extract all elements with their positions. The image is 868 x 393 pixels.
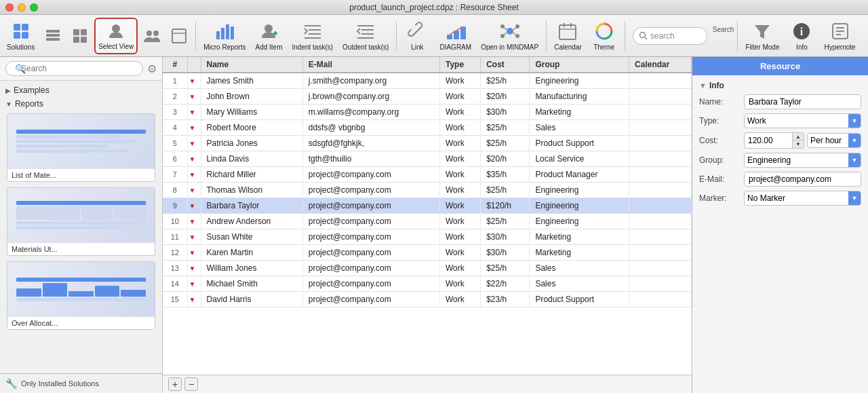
cell-icon: ▼	[187, 214, 201, 229]
cell-calendar	[629, 276, 692, 292]
toolbar-add-item[interactable]: Add Item	[251, 18, 286, 54]
close-button[interactable]	[5, 3, 14, 12]
sidebar-filter-icon[interactable]: ⚙	[147, 62, 157, 75]
cell-group: Engineering	[530, 73, 629, 89]
toolbar-filter-mode[interactable]: Filter Mode	[741, 18, 783, 54]
table-row[interactable]: 12 ▼ Karen Martin project@company.com Wo…	[163, 245, 692, 261]
table-row[interactable]: 2 ▼ John Brown j.brown@company.org Work …	[163, 89, 692, 105]
panel-marker-label: Marker:	[699, 193, 741, 203]
main-layout: 🔍 ⚙ ▶ Examples ▼ Reports	[0, 57, 868, 393]
flag-icon: ▼	[189, 77, 196, 85]
sidebar-item-reports[interactable]: ▼ Reports	[0, 97, 162, 111]
maximize-button[interactable]	[30, 3, 38, 12]
toolbar-view3[interactable]	[139, 18, 165, 54]
cell-num: 8	[163, 183, 187, 198]
panel-type-select[interactable]: Work Material Cost	[745, 114, 848, 128]
cell-type: Work	[439, 261, 480, 276]
svg-rect-14	[172, 29, 186, 43]
table-row[interactable]: 3 ▼ Mary Williams m.willams@company.org …	[163, 105, 692, 120]
cost-step-up[interactable]: ▲	[793, 133, 804, 141]
toolbar-view1[interactable]	[40, 18, 66, 54]
cell-cost: $25/h	[481, 73, 530, 89]
panel-group-label: Group:	[699, 155, 741, 165]
panel-cost-input[interactable]	[745, 134, 792, 147]
toolbar: Solutions Select View Micro Reports	[0, 15, 868, 57]
cell-cost: $23/h	[481, 292, 530, 307]
table-row[interactable]: 9 ▼ Barbara Taylor project@company.com W…	[163, 198, 692, 214]
toolbar-view4[interactable]	[166, 18, 192, 54]
table-row[interactable]: 8 ▼ Thomas Wilson project@company.com Wo…	[163, 183, 692, 198]
toolbar-diagram[interactable]: DIAGRAM	[435, 18, 475, 54]
table-row[interactable]: 6 ▼ Linda Davis tgth@thuilio Work $20/h …	[163, 151, 692, 167]
panel-group-select[interactable]: Engineering Marketing Sales	[745, 153, 848, 167]
cell-type: Work	[439, 276, 480, 292]
table-row[interactable]: 5 ▼ Patricia Jones sdsgfd@fghkjk, Work $…	[163, 136, 692, 151]
cell-name: Richard Miller	[201, 167, 302, 183]
add-row-button[interactable]: +	[168, 377, 182, 391]
table-row[interactable]: 13 ▼ William Jones project@company.com W…	[163, 261, 692, 276]
indent-label: Indent task(s)	[292, 43, 334, 51]
remove-row-button[interactable]: −	[184, 377, 198, 391]
cell-icon: ▼	[187, 183, 201, 198]
cost-stepper: ▲ ▼	[792, 133, 804, 148]
sidebar-search-input[interactable]	[5, 61, 143, 76]
mindmap-label: Open in MINDMAP	[481, 43, 538, 51]
svg-line-40	[505, 28, 507, 30]
toolbar-search[interactable]: search	[629, 18, 711, 54]
toolbar-micro-reports[interactable]: Micro Reports	[199, 18, 250, 54]
cell-email: project@company.com	[302, 183, 439, 198]
table-row[interactable]: 10 ▼ Andrew Anderson project@company.com…	[163, 214, 692, 229]
table-row[interactable]: 4 ▼ Robert Moore ddsfs@ vbgnbg Work $25/…	[163, 120, 692, 136]
toolbar-mindmap[interactable]: Open in MINDMAP	[477, 18, 542, 54]
theme-icon	[593, 20, 615, 42]
group-select-arrow: ▼	[848, 153, 861, 167]
search-box[interactable]: search	[633, 27, 707, 45]
col-header-calendar: Calendar	[629, 57, 692, 73]
panel-marker-select[interactable]: No Marker	[745, 191, 848, 205]
toolbar-solutions[interactable]: Solutions	[3, 18, 39, 54]
toolbar-indent[interactable]: Indent task(s)	[288, 18, 338, 54]
sidebar-item-examples[interactable]: ▶ Examples	[0, 83, 162, 97]
sidebar-thumbnail-over-allocat[interactable]: Over Allocat...	[7, 261, 155, 330]
table-row[interactable]: 1 ▼ James Smith j.smith@company.org Work…	[163, 73, 692, 89]
cell-name: Patricia Jones	[201, 136, 302, 151]
cell-calendar	[629, 229, 692, 245]
table-row[interactable]: 14 ▼ Michael Smith project@company.com W…	[163, 276, 692, 292]
cell-group: Sales	[530, 261, 629, 276]
sidebar-footer[interactable]: 🔧 Only Installed Solutions	[0, 373, 162, 393]
table-row[interactable]: 15 ▼ David Harris project@company.com Wo…	[163, 292, 692, 307]
flag-icon: ▼	[189, 171, 196, 179]
cell-group: Manufacturing	[530, 89, 629, 105]
type-select-arrow: ▼	[848, 114, 861, 128]
panel-name-input[interactable]	[744, 94, 861, 109]
toolbar-info[interactable]: i Info	[785, 18, 818, 54]
toolbar-link[interactable]: Link	[400, 18, 434, 54]
info-section-toggle[interactable]: ▼ Info	[699, 81, 861, 90]
svg-rect-18	[226, 24, 229, 39]
table-row[interactable]: 11 ▼ Susan White project@company.com Wor…	[163, 229, 692, 245]
toolbar-calendar[interactable]: Calendar	[550, 18, 586, 54]
panel-group-select-wrapper: Engineering Marketing Sales ▼	[744, 153, 861, 168]
panel-cost-unit-select[interactable]: Per hour Per day	[808, 134, 848, 147]
svg-rect-8	[81, 29, 87, 35]
cost-input-wrapper: ▲ ▼	[744, 132, 804, 149]
sidebar-thumbnail-materials-ut[interactable]: Materials Ut...	[7, 187, 155, 256]
cost-step-down[interactable]: ▼	[793, 141, 804, 148]
flag-icon: ▼	[189, 296, 196, 303]
toolbar-outdent[interactable]: Outdent task(s)	[338, 18, 393, 54]
hypernote-icon	[829, 20, 851, 42]
cell-cost: $30/h	[481, 245, 530, 261]
right-panel-body: ▼ Info Name: Type: Work Material Cost ▼	[692, 75, 868, 393]
toolbar-theme[interactable]: Theme	[587, 18, 621, 54]
toolbar-hypernote[interactable]: Hypernote	[820, 18, 859, 54]
minimize-button[interactable]	[18, 3, 26, 12]
flag-icon: ▼	[189, 155, 196, 163]
panel-email-input[interactable]	[744, 172, 861, 187]
sidebar-thumbnail-list-of-mate[interactable]: List of Mate...	[7, 113, 155, 182]
cell-type: Work	[439, 151, 480, 167]
flag-icon: ▼	[189, 140, 196, 147]
table-row[interactable]: 7 ▼ Richard Miller project@company.com W…	[163, 167, 692, 183]
toolbar-view2[interactable]	[67, 18, 93, 54]
cell-email: project@company.com	[302, 167, 439, 183]
toolbar-select-view[interactable]: Select View	[94, 18, 138, 54]
